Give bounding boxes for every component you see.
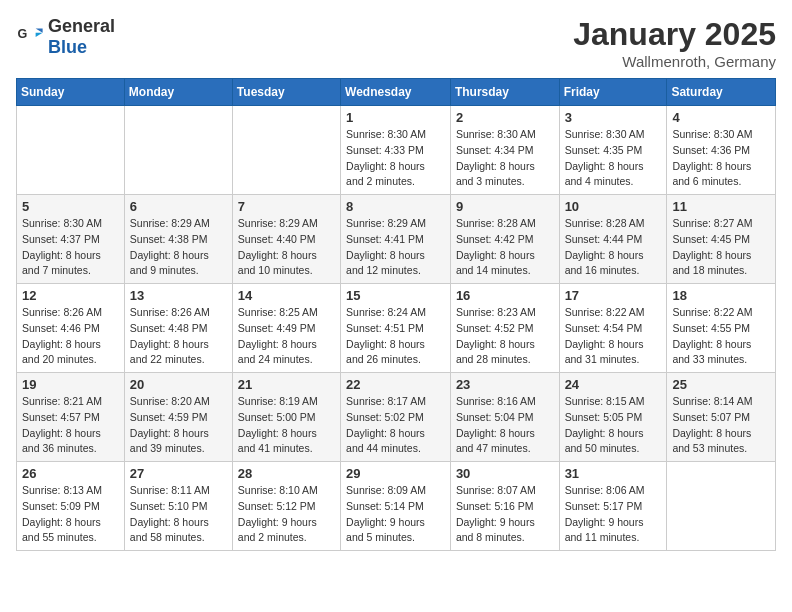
- day-info: Sunrise: 8:28 AM Sunset: 4:42 PM Dayligh…: [456, 216, 554, 279]
- day-info: Sunrise: 8:19 AM Sunset: 5:00 PM Dayligh…: [238, 394, 335, 457]
- svg-marker-1: [36, 29, 43, 33]
- calendar-table: SundayMondayTuesdayWednesdayThursdayFrid…: [16, 78, 776, 551]
- day-info: Sunrise: 8:13 AM Sunset: 5:09 PM Dayligh…: [22, 483, 119, 546]
- calendar-cell: [124, 106, 232, 195]
- day-info: Sunrise: 8:17 AM Sunset: 5:02 PM Dayligh…: [346, 394, 445, 457]
- title-block: January 2025 Wallmenroth, Germany: [573, 16, 776, 70]
- calendar-cell: 19Sunrise: 8:21 AM Sunset: 4:57 PM Dayli…: [17, 373, 125, 462]
- day-number: 24: [565, 377, 662, 392]
- calendar-cell: 27Sunrise: 8:11 AM Sunset: 5:10 PM Dayli…: [124, 462, 232, 551]
- day-number: 14: [238, 288, 335, 303]
- day-info: Sunrise: 8:14 AM Sunset: 5:07 PM Dayligh…: [672, 394, 770, 457]
- day-number: 7: [238, 199, 335, 214]
- logo-icon: G: [16, 23, 44, 51]
- location: Wallmenroth, Germany: [573, 53, 776, 70]
- day-number: 18: [672, 288, 770, 303]
- calendar-cell: 3Sunrise: 8:30 AM Sunset: 4:35 PM Daylig…: [559, 106, 667, 195]
- day-number: 10: [565, 199, 662, 214]
- day-number: 13: [130, 288, 227, 303]
- day-info: Sunrise: 8:07 AM Sunset: 5:16 PM Dayligh…: [456, 483, 554, 546]
- day-info: Sunrise: 8:09 AM Sunset: 5:14 PM Dayligh…: [346, 483, 445, 546]
- weekday-header: Friday: [559, 79, 667, 106]
- day-info: Sunrise: 8:29 AM Sunset: 4:41 PM Dayligh…: [346, 216, 445, 279]
- day-info: Sunrise: 8:21 AM Sunset: 4:57 PM Dayligh…: [22, 394, 119, 457]
- calendar-cell: 30Sunrise: 8:07 AM Sunset: 5:16 PM Dayli…: [450, 462, 559, 551]
- day-number: 12: [22, 288, 119, 303]
- calendar-cell: 22Sunrise: 8:17 AM Sunset: 5:02 PM Dayli…: [341, 373, 451, 462]
- calendar-body: 1Sunrise: 8:30 AM Sunset: 4:33 PM Daylig…: [17, 106, 776, 551]
- weekday-header: Monday: [124, 79, 232, 106]
- day-number: 6: [130, 199, 227, 214]
- calendar-cell: [232, 106, 340, 195]
- calendar-cell: 4Sunrise: 8:30 AM Sunset: 4:36 PM Daylig…: [667, 106, 776, 195]
- day-number: 25: [672, 377, 770, 392]
- calendar-cell: [17, 106, 125, 195]
- day-number: 17: [565, 288, 662, 303]
- month-title: January 2025: [573, 16, 776, 53]
- day-number: 2: [456, 110, 554, 125]
- day-info: Sunrise: 8:26 AM Sunset: 4:48 PM Dayligh…: [130, 305, 227, 368]
- day-info: Sunrise: 8:30 AM Sunset: 4:37 PM Dayligh…: [22, 216, 119, 279]
- calendar-cell: 29Sunrise: 8:09 AM Sunset: 5:14 PM Dayli…: [341, 462, 451, 551]
- day-info: Sunrise: 8:15 AM Sunset: 5:05 PM Dayligh…: [565, 394, 662, 457]
- day-info: Sunrise: 8:28 AM Sunset: 4:44 PM Dayligh…: [565, 216, 662, 279]
- calendar-week-row: 5Sunrise: 8:30 AM Sunset: 4:37 PM Daylig…: [17, 195, 776, 284]
- calendar-cell: 28Sunrise: 8:10 AM Sunset: 5:12 PM Dayli…: [232, 462, 340, 551]
- day-number: 4: [672, 110, 770, 125]
- day-info: Sunrise: 8:22 AM Sunset: 4:55 PM Dayligh…: [672, 305, 770, 368]
- calendar-cell: 25Sunrise: 8:14 AM Sunset: 5:07 PM Dayli…: [667, 373, 776, 462]
- day-info: Sunrise: 8:29 AM Sunset: 4:38 PM Dayligh…: [130, 216, 227, 279]
- day-number: 19: [22, 377, 119, 392]
- calendar-cell: 7Sunrise: 8:29 AM Sunset: 4:40 PM Daylig…: [232, 195, 340, 284]
- calendar-cell: 21Sunrise: 8:19 AM Sunset: 5:00 PM Dayli…: [232, 373, 340, 462]
- weekday-header: Sunday: [17, 79, 125, 106]
- calendar-cell: 26Sunrise: 8:13 AM Sunset: 5:09 PM Dayli…: [17, 462, 125, 551]
- weekday-header: Wednesday: [341, 79, 451, 106]
- weekday-header: Thursday: [450, 79, 559, 106]
- calendar-cell: 2Sunrise: 8:30 AM Sunset: 4:34 PM Daylig…: [450, 106, 559, 195]
- calendar-cell: 18Sunrise: 8:22 AM Sunset: 4:55 PM Dayli…: [667, 284, 776, 373]
- calendar-cell: 23Sunrise: 8:16 AM Sunset: 5:04 PM Dayli…: [450, 373, 559, 462]
- day-number: 16: [456, 288, 554, 303]
- day-info: Sunrise: 8:20 AM Sunset: 4:59 PM Dayligh…: [130, 394, 227, 457]
- day-number: 21: [238, 377, 335, 392]
- day-info: Sunrise: 8:27 AM Sunset: 4:45 PM Dayligh…: [672, 216, 770, 279]
- weekday-header: Tuesday: [232, 79, 340, 106]
- day-info: Sunrise: 8:16 AM Sunset: 5:04 PM Dayligh…: [456, 394, 554, 457]
- day-info: Sunrise: 8:25 AM Sunset: 4:49 PM Dayligh…: [238, 305, 335, 368]
- day-number: 1: [346, 110, 445, 125]
- day-info: Sunrise: 8:10 AM Sunset: 5:12 PM Dayligh…: [238, 483, 335, 546]
- logo-general: General: [48, 16, 115, 36]
- calendar-cell: 24Sunrise: 8:15 AM Sunset: 5:05 PM Dayli…: [559, 373, 667, 462]
- day-number: 8: [346, 199, 445, 214]
- day-info: Sunrise: 8:26 AM Sunset: 4:46 PM Dayligh…: [22, 305, 119, 368]
- day-number: 5: [22, 199, 119, 214]
- calendar-cell: 13Sunrise: 8:26 AM Sunset: 4:48 PM Dayli…: [124, 284, 232, 373]
- day-info: Sunrise: 8:23 AM Sunset: 4:52 PM Dayligh…: [456, 305, 554, 368]
- calendar-cell: 12Sunrise: 8:26 AM Sunset: 4:46 PM Dayli…: [17, 284, 125, 373]
- calendar-cell: 9Sunrise: 8:28 AM Sunset: 4:42 PM Daylig…: [450, 195, 559, 284]
- calendar-cell: 16Sunrise: 8:23 AM Sunset: 4:52 PM Dayli…: [450, 284, 559, 373]
- calendar-cell: 17Sunrise: 8:22 AM Sunset: 4:54 PM Dayli…: [559, 284, 667, 373]
- day-info: Sunrise: 8:11 AM Sunset: 5:10 PM Dayligh…: [130, 483, 227, 546]
- logo: G General Blue: [16, 16, 115, 58]
- logo-blue: Blue: [48, 37, 87, 57]
- day-number: 27: [130, 466, 227, 481]
- day-number: 29: [346, 466, 445, 481]
- day-info: Sunrise: 8:29 AM Sunset: 4:40 PM Dayligh…: [238, 216, 335, 279]
- day-number: 20: [130, 377, 227, 392]
- day-info: Sunrise: 8:30 AM Sunset: 4:35 PM Dayligh…: [565, 127, 662, 190]
- day-info: Sunrise: 8:30 AM Sunset: 4:34 PM Dayligh…: [456, 127, 554, 190]
- day-number: 23: [456, 377, 554, 392]
- calendar-cell: [667, 462, 776, 551]
- calendar-cell: 14Sunrise: 8:25 AM Sunset: 4:49 PM Dayli…: [232, 284, 340, 373]
- calendar-cell: 15Sunrise: 8:24 AM Sunset: 4:51 PM Dayli…: [341, 284, 451, 373]
- day-number: 9: [456, 199, 554, 214]
- svg-text:G: G: [17, 27, 27, 41]
- calendar-cell: 8Sunrise: 8:29 AM Sunset: 4:41 PM Daylig…: [341, 195, 451, 284]
- day-info: Sunrise: 8:30 AM Sunset: 4:33 PM Dayligh…: [346, 127, 445, 190]
- svg-marker-2: [36, 33, 43, 37]
- calendar-cell: 6Sunrise: 8:29 AM Sunset: 4:38 PM Daylig…: [124, 195, 232, 284]
- day-number: 15: [346, 288, 445, 303]
- day-number: 31: [565, 466, 662, 481]
